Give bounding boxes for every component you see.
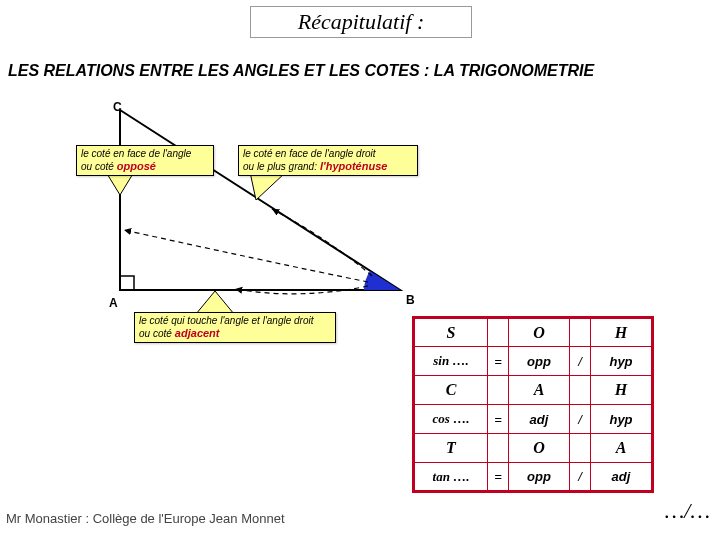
subtitle: LES RELATIONS ENTRE LES ANGLES ET LES CO… [8,62,594,80]
svg-rect-1 [120,276,134,290]
svg-marker-0 [120,110,400,290]
svg-marker-4 [196,291,234,314]
triangle-diagram [100,100,440,320]
vertex-label-b: B [406,293,415,307]
table-row: tan …. = opp / adj [414,463,653,492]
table-row: sin …. = opp / hyp [414,347,653,376]
svg-marker-3 [250,172,286,200]
vertex-label-c: C [113,100,122,114]
callout-adjacent: le coté qui touche l'angle et l'angle dr… [134,312,336,343]
footer-author: Mr Monastier : Collège de l'Europe Jean … [6,511,285,526]
table-row: T O A [414,434,653,463]
callout-hypotenuse: le coté en face de l'angle droit ou le p… [238,145,418,176]
callout-hyp-line1: le coté en face de l'angle droit [243,148,413,160]
callout-opp-line2: ou coté opposé [81,160,209,173]
page-title: Récapitulatif : [298,9,424,34]
vertex-label-a: A [109,296,118,310]
footer-pager: …/… [665,498,710,524]
callout-opposite: le coté en face de l'angle ou coté oppos… [76,145,214,176]
callout-adj-line1: le coté qui touche l'angle et l'angle dr… [139,315,331,327]
table-row: C A H [414,376,653,405]
callout-adj-line2: ou coté adjacent [139,327,331,340]
table-row: S O H [414,318,653,347]
table-row: cos …. = adj / hyp [414,405,653,434]
title-box: Récapitulatif : [250,6,472,38]
trig-table: S O H sin …. = opp / hyp C A H cos …. = … [412,316,654,493]
callout-opp-line1: le coté en face de l'angle [81,148,209,160]
callout-hyp-line2: ou le plus grand: l'hypoténuse [243,160,413,173]
